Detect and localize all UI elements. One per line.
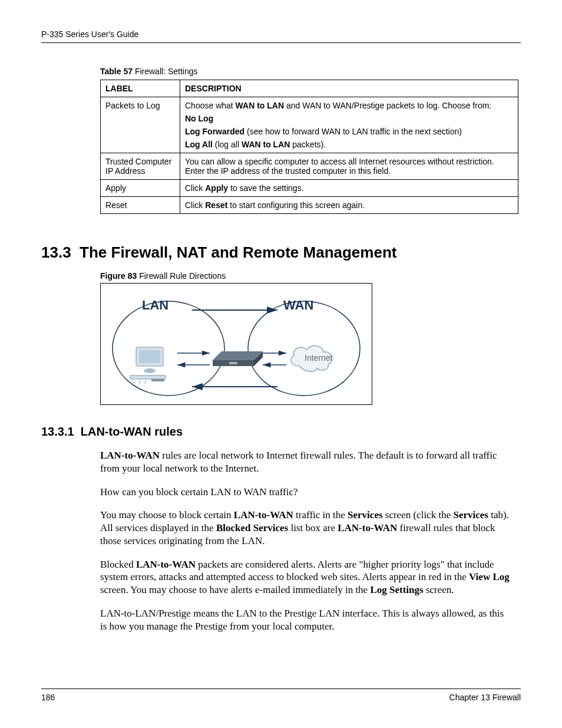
svg-rect-11 bbox=[139, 350, 160, 363]
text-bold: WAN to LAN bbox=[242, 140, 290, 149]
svg-rect-7 bbox=[229, 362, 237, 364]
table-cell-description: You can allow a specific computer to acc… bbox=[180, 153, 518, 180]
text-bold: LAN-to-WAN bbox=[234, 509, 293, 521]
text: traffic in the bbox=[293, 509, 348, 521]
figure-firewall-directions: LAN WAN Internet bbox=[100, 283, 372, 405]
page-number: 186 bbox=[41, 693, 55, 702]
text-bold: No Log bbox=[185, 114, 213, 123]
figure-label-internet: Internet bbox=[305, 353, 332, 363]
table-cell-label: Trusted Computer IP Address bbox=[101, 153, 180, 180]
figure-label-lan: LAN bbox=[142, 298, 168, 313]
chapter-label: Chapter 13 Firewall bbox=[449, 693, 521, 702]
text-bold: LAN-to-WAN bbox=[338, 522, 397, 533]
table-caption: Table 57 Firewall: Settings bbox=[100, 67, 521, 76]
table-number: Table 57 bbox=[100, 67, 133, 76]
table-cell-label: Apply bbox=[101, 180, 180, 197]
settings-table: LABEL DESCRIPTION Packets to Log Choose … bbox=[100, 80, 518, 214]
table-cell-description: Choose what WAN to LAN and WAN to WAN/Pr… bbox=[180, 97, 518, 153]
text: screen. bbox=[424, 584, 454, 595]
text: Blocked bbox=[100, 559, 136, 570]
text: How can you block certain LAN to WAN tra… bbox=[100, 486, 297, 498]
diagram-svg bbox=[101, 284, 372, 404]
text-bold: Blocked Services bbox=[216, 522, 288, 533]
text-bold: LAN-to-WAN bbox=[136, 559, 196, 570]
table-header-row: LABEL DESCRIPTION bbox=[101, 80, 518, 97]
subsection-title: LAN-to-WAN rules bbox=[81, 425, 183, 438]
table-cell-description: Click Reset to start configuring this sc… bbox=[180, 197, 518, 214]
figure-label-wan: WAN bbox=[283, 298, 313, 313]
table-cell-label: Packets to Log bbox=[101, 97, 180, 153]
paragraph: You may choose to block certain LAN-to-W… bbox=[100, 509, 513, 547]
text: screen (click the bbox=[383, 509, 454, 521]
text-bold: Services bbox=[348, 509, 382, 521]
text: Click bbox=[185, 200, 205, 210]
text: Click bbox=[185, 183, 205, 193]
subsection-number: 13.3.1 bbox=[41, 425, 74, 438]
text: screen. You may choose to have alerts e-… bbox=[100, 584, 370, 595]
table-header-description: DESCRIPTION bbox=[180, 80, 518, 97]
text: list box are bbox=[288, 522, 338, 533]
text-bold: WAN to LAN bbox=[236, 101, 284, 110]
text-bold: Reset bbox=[205, 200, 227, 210]
section-title: The Firewall, NAT and Remote Management bbox=[80, 243, 396, 261]
figure-caption: Figure 83 Firewall Rule Directions bbox=[100, 271, 521, 281]
figure-number: Figure 83 bbox=[100, 271, 137, 281]
table-row: Trusted Computer IP Address You can allo… bbox=[101, 153, 518, 180]
text-bold: Log Forwarded bbox=[185, 127, 244, 136]
table-row: Reset Click Reset to start configuring t… bbox=[101, 197, 518, 214]
text-bold: Log Settings bbox=[370, 584, 423, 595]
table-cell-label: Reset bbox=[101, 197, 180, 214]
text: packets). bbox=[290, 140, 326, 149]
section-number: 13.3 bbox=[41, 243, 71, 261]
running-header: P-335 Series User's Guide bbox=[41, 29, 521, 43]
svg-rect-13 bbox=[130, 375, 166, 379]
section-heading: 13.3 The Firewall, NAT and Remote Manage… bbox=[41, 243, 521, 262]
text: (see how to forward WAN to LAN traffic i… bbox=[244, 127, 462, 136]
text: to start configuring this screen again. bbox=[227, 200, 365, 210]
text-bold: View Log bbox=[469, 571, 510, 582]
figure-title: Firewall Rule Directions bbox=[137, 271, 226, 281]
text-bold: LAN-to-WAN bbox=[100, 450, 160, 461]
text: Choose what bbox=[185, 101, 236, 110]
svg-point-0 bbox=[113, 301, 224, 396]
text-bold: Services bbox=[453, 509, 488, 521]
page-footer: 186 Chapter 13 Firewall bbox=[41, 689, 521, 702]
text: to save the settings. bbox=[228, 183, 303, 193]
text: You may choose to block certain bbox=[100, 509, 234, 521]
body-text: LAN-to-WAN rules are local network to In… bbox=[100, 449, 513, 633]
paragraph: LAN-to-WAN rules are local network to In… bbox=[100, 449, 513, 475]
svg-point-12 bbox=[144, 368, 156, 373]
table-row: Packets to Log Choose what WAN to LAN an… bbox=[101, 97, 518, 153]
text-bold: Log All bbox=[185, 140, 213, 149]
paragraph: How can you block certain LAN to WAN tra… bbox=[100, 486, 513, 499]
table-title: Firewall: Settings bbox=[133, 67, 197, 76]
text: You can allow a specific computer to acc… bbox=[185, 157, 494, 176]
text-bold: Apply bbox=[205, 183, 228, 193]
paragraph: Blocked LAN-to-WAN packets are considere… bbox=[100, 558, 513, 597]
text: rules are local network to Internet fire… bbox=[100, 450, 497, 474]
text: LAN-to-LAN/Prestige means the LAN to the… bbox=[100, 608, 504, 632]
text: and WAN to WAN/Prestige packets to log. … bbox=[284, 101, 491, 110]
paragraph: LAN-to-LAN/Prestige means the LAN to the… bbox=[100, 607, 513, 633]
subsection-heading: 13.3.1 LAN-to-WAN rules bbox=[41, 425, 521, 439]
table-row: Apply Click Apply to save the settings. bbox=[101, 180, 518, 197]
table-cell-description: Click Apply to save the settings. bbox=[180, 180, 518, 197]
table-header-label: LABEL bbox=[101, 80, 180, 97]
text: (log all bbox=[213, 140, 242, 149]
